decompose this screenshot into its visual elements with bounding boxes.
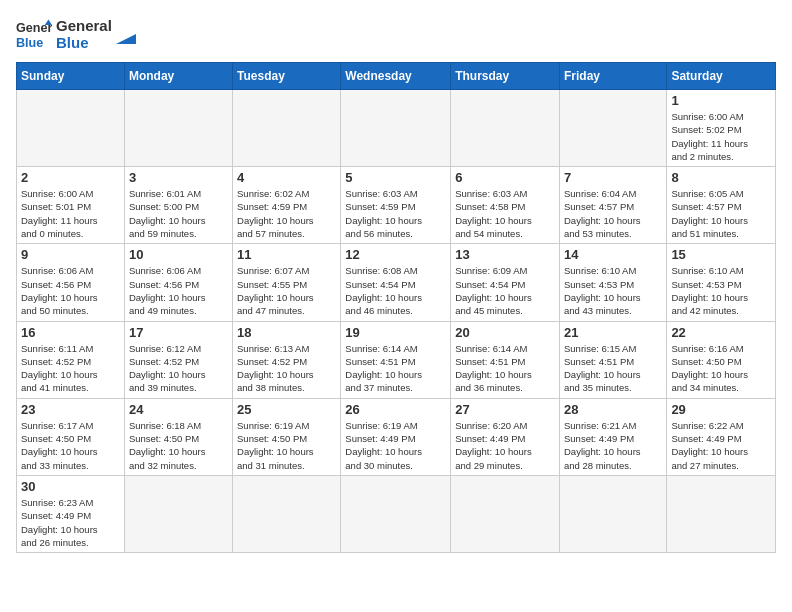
day-number: 27 [455,402,555,417]
calendar-day-cell: 18Sunrise: 6:13 AM Sunset: 4:52 PM Dayli… [233,321,341,398]
calendar-day-cell: 21Sunrise: 6:15 AM Sunset: 4:51 PM Dayli… [559,321,666,398]
calendar-day-cell: 13Sunrise: 6:09 AM Sunset: 4:54 PM Dayli… [451,244,560,321]
calendar-day-cell: 14Sunrise: 6:10 AM Sunset: 4:53 PM Dayli… [559,244,666,321]
calendar: SundayMondayTuesdayWednesdayThursdayFrid… [16,62,776,553]
day-info: Sunrise: 6:10 AM Sunset: 4:53 PM Dayligh… [564,264,662,317]
calendar-day-cell: 6Sunrise: 6:03 AM Sunset: 4:58 PM Daylig… [451,167,560,244]
day-info: Sunrise: 6:01 AM Sunset: 5:00 PM Dayligh… [129,187,228,240]
calendar-day-cell: 25Sunrise: 6:19 AM Sunset: 4:50 PM Dayli… [233,398,341,475]
day-number: 3 [129,170,228,185]
day-number: 29 [671,402,771,417]
day-number: 9 [21,247,120,262]
calendar-day-cell: 28Sunrise: 6:21 AM Sunset: 4:49 PM Dayli… [559,398,666,475]
calendar-day-cell: 3Sunrise: 6:01 AM Sunset: 5:00 PM Daylig… [124,167,232,244]
calendar-header-saturday: Saturday [667,63,776,90]
day-info: Sunrise: 6:17 AM Sunset: 4:50 PM Dayligh… [21,419,120,472]
day-number: 8 [671,170,771,185]
logo-icon: General Blue [16,16,52,52]
calendar-day-cell [233,475,341,552]
calendar-week-row: 16Sunrise: 6:11 AM Sunset: 4:52 PM Dayli… [17,321,776,398]
day-number: 25 [237,402,336,417]
day-info: Sunrise: 6:14 AM Sunset: 4:51 PM Dayligh… [455,342,555,395]
calendar-day-cell: 23Sunrise: 6:17 AM Sunset: 4:50 PM Dayli… [17,398,125,475]
logo-general: General [56,17,112,34]
calendar-day-cell: 16Sunrise: 6:11 AM Sunset: 4:52 PM Dayli… [17,321,125,398]
calendar-day-cell: 12Sunrise: 6:08 AM Sunset: 4:54 PM Dayli… [341,244,451,321]
day-info: Sunrise: 6:08 AM Sunset: 4:54 PM Dayligh… [345,264,446,317]
calendar-day-cell: 11Sunrise: 6:07 AM Sunset: 4:55 PM Dayli… [233,244,341,321]
day-number: 11 [237,247,336,262]
day-number: 7 [564,170,662,185]
logo-triangle-icon [116,24,136,44]
day-number: 17 [129,325,228,340]
day-info: Sunrise: 6:04 AM Sunset: 4:57 PM Dayligh… [564,187,662,240]
calendar-day-cell: 19Sunrise: 6:14 AM Sunset: 4:51 PM Dayli… [341,321,451,398]
calendar-day-cell: 24Sunrise: 6:18 AM Sunset: 4:50 PM Dayli… [124,398,232,475]
calendar-day-cell: 29Sunrise: 6:22 AM Sunset: 4:49 PM Dayli… [667,398,776,475]
calendar-day-cell: 27Sunrise: 6:20 AM Sunset: 4:49 PM Dayli… [451,398,560,475]
svg-marker-3 [116,34,136,44]
day-number: 28 [564,402,662,417]
day-info: Sunrise: 6:00 AM Sunset: 5:01 PM Dayligh… [21,187,120,240]
day-number: 26 [345,402,446,417]
day-number: 30 [21,479,120,494]
calendar-header-monday: Monday [124,63,232,90]
day-info: Sunrise: 6:03 AM Sunset: 4:59 PM Dayligh… [345,187,446,240]
calendar-day-cell [233,90,341,167]
calendar-day-cell [559,90,666,167]
calendar-day-cell [341,90,451,167]
calendar-header-sunday: Sunday [17,63,125,90]
calendar-day-cell: 1Sunrise: 6:00 AM Sunset: 5:02 PM Daylig… [667,90,776,167]
day-info: Sunrise: 6:00 AM Sunset: 5:02 PM Dayligh… [671,110,771,163]
calendar-day-cell [124,475,232,552]
day-number: 15 [671,247,771,262]
calendar-day-cell [451,475,560,552]
calendar-day-cell [451,90,560,167]
calendar-day-cell: 5Sunrise: 6:03 AM Sunset: 4:59 PM Daylig… [341,167,451,244]
day-info: Sunrise: 6:19 AM Sunset: 4:49 PM Dayligh… [345,419,446,472]
day-info: Sunrise: 6:15 AM Sunset: 4:51 PM Dayligh… [564,342,662,395]
day-info: Sunrise: 6:19 AM Sunset: 4:50 PM Dayligh… [237,419,336,472]
calendar-day-cell: 30Sunrise: 6:23 AM Sunset: 4:49 PM Dayli… [17,475,125,552]
day-info: Sunrise: 6:09 AM Sunset: 4:54 PM Dayligh… [455,264,555,317]
day-number: 23 [21,402,120,417]
day-info: Sunrise: 6:11 AM Sunset: 4:52 PM Dayligh… [21,342,120,395]
calendar-header-friday: Friday [559,63,666,90]
header: General Blue General Blue [16,16,776,52]
calendar-day-cell: 10Sunrise: 6:06 AM Sunset: 4:56 PM Dayli… [124,244,232,321]
day-number: 2 [21,170,120,185]
day-number: 24 [129,402,228,417]
svg-text:Blue: Blue [16,36,43,50]
calendar-week-row: 23Sunrise: 6:17 AM Sunset: 4:50 PM Dayli… [17,398,776,475]
day-info: Sunrise: 6:18 AM Sunset: 4:50 PM Dayligh… [129,419,228,472]
calendar-day-cell [559,475,666,552]
day-info: Sunrise: 6:12 AM Sunset: 4:52 PM Dayligh… [129,342,228,395]
day-info: Sunrise: 6:02 AM Sunset: 4:59 PM Dayligh… [237,187,336,240]
calendar-day-cell [124,90,232,167]
calendar-week-row: 2Sunrise: 6:00 AM Sunset: 5:01 PM Daylig… [17,167,776,244]
calendar-week-row: 30Sunrise: 6:23 AM Sunset: 4:49 PM Dayli… [17,475,776,552]
day-info: Sunrise: 6:22 AM Sunset: 4:49 PM Dayligh… [671,419,771,472]
calendar-day-cell [17,90,125,167]
day-number: 6 [455,170,555,185]
day-info: Sunrise: 6:07 AM Sunset: 4:55 PM Dayligh… [237,264,336,317]
day-number: 4 [237,170,336,185]
calendar-day-cell [667,475,776,552]
calendar-header-tuesday: Tuesday [233,63,341,90]
day-number: 20 [455,325,555,340]
day-number: 18 [237,325,336,340]
day-info: Sunrise: 6:13 AM Sunset: 4:52 PM Dayligh… [237,342,336,395]
calendar-day-cell: 8Sunrise: 6:05 AM Sunset: 4:57 PM Daylig… [667,167,776,244]
logo-blue: Blue [56,34,112,51]
calendar-day-cell: 15Sunrise: 6:10 AM Sunset: 4:53 PM Dayli… [667,244,776,321]
calendar-day-cell: 22Sunrise: 6:16 AM Sunset: 4:50 PM Dayli… [667,321,776,398]
calendar-header-thursday: Thursday [451,63,560,90]
day-info: Sunrise: 6:21 AM Sunset: 4:49 PM Dayligh… [564,419,662,472]
calendar-day-cell: 2Sunrise: 6:00 AM Sunset: 5:01 PM Daylig… [17,167,125,244]
day-info: Sunrise: 6:16 AM Sunset: 4:50 PM Dayligh… [671,342,771,395]
day-number: 21 [564,325,662,340]
day-number: 14 [564,247,662,262]
calendar-header-row: SundayMondayTuesdayWednesdayThursdayFrid… [17,63,776,90]
calendar-day-cell: 20Sunrise: 6:14 AM Sunset: 4:51 PM Dayli… [451,321,560,398]
day-info: Sunrise: 6:06 AM Sunset: 4:56 PM Dayligh… [21,264,120,317]
